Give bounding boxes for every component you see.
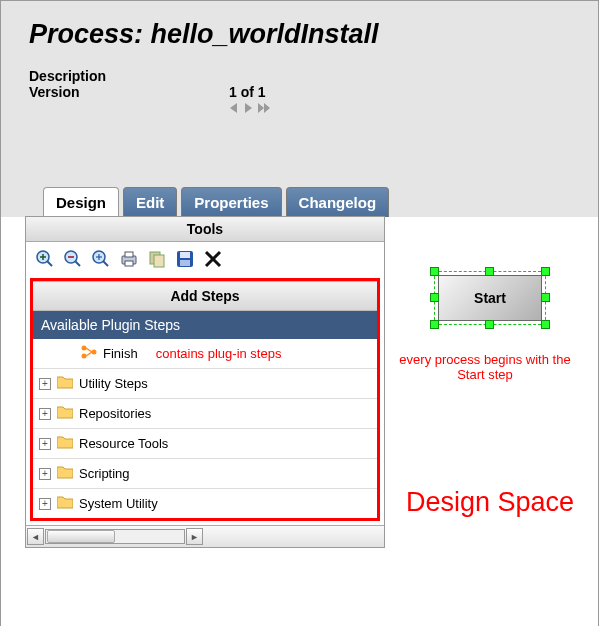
horizontal-scrollbar[interactable]: ◄ ►	[26, 525, 384, 547]
expand-icon[interactable]: +	[39, 498, 51, 510]
folder-icon	[57, 435, 73, 452]
resize-handle[interactable]	[541, 320, 550, 329]
pager-prev-icon[interactable]	[229, 102, 239, 114]
version-label: Version	[29, 84, 229, 100]
svg-line-9	[75, 261, 80, 266]
resize-handle[interactable]	[541, 293, 550, 302]
folder-icon	[57, 495, 73, 512]
add-steps-highlight: Add Steps Available Plugin Steps Finish …	[30, 278, 380, 521]
tree-item[interactable]: + Utility Steps	[33, 369, 377, 399]
svg-rect-16	[125, 252, 133, 257]
save-icon[interactable]	[174, 248, 196, 270]
svg-point-26	[82, 354, 87, 359]
expand-icon[interactable]: +	[39, 468, 51, 480]
folder-icon	[57, 465, 73, 482]
folder-icon	[57, 375, 73, 392]
svg-line-5	[47, 261, 52, 266]
tools-toolbar	[26, 242, 384, 276]
folder-icon	[57, 405, 73, 422]
delete-icon[interactable]	[202, 248, 224, 270]
resize-handle[interactable]	[541, 267, 550, 276]
pager-next-icon[interactable]	[243, 102, 253, 114]
expand-icon[interactable]: +	[39, 378, 51, 390]
zoom-out-icon[interactable]	[62, 248, 84, 270]
header-area: Process: hello_worldInstall Description …	[1, 1, 598, 217]
tree-item[interactable]: + Resource Tools	[33, 429, 377, 459]
resize-handle[interactable]	[430, 293, 439, 302]
tree-item-label: Utility Steps	[79, 376, 148, 391]
tab-changelog[interactable]: Changelog	[286, 187, 390, 217]
tools-panel: Tools Add Steps Available Plugin Steps F…	[25, 216, 385, 548]
finish-icon	[81, 345, 97, 362]
add-steps-title: Add Steps	[33, 281, 377, 311]
svg-marker-3	[264, 103, 270, 113]
design-canvas[interactable]: Start every process begins with the Star…	[385, 217, 588, 617]
tab-bar: Design Edit Properties Changelog	[43, 187, 389, 217]
content-area: Tools Add Steps Available Plugin Steps F…	[1, 217, 598, 627]
tools-title: Tools	[26, 217, 384, 242]
tree-item-label: Resource Tools	[79, 436, 168, 451]
start-node-box[interactable]: Start	[438, 275, 542, 321]
expand-icon[interactable]: +	[39, 438, 51, 450]
design-space-annotation: Design Space	[395, 487, 585, 518]
expand-icon[interactable]: +	[39, 408, 51, 420]
tab-properties[interactable]: Properties	[181, 187, 281, 217]
tab-edit[interactable]: Edit	[123, 187, 177, 217]
svg-line-29	[86, 352, 92, 356]
svg-line-28	[86, 348, 92, 352]
svg-line-12	[103, 261, 108, 266]
app-frame: Process: hello_worldInstall Description …	[0, 0, 599, 626]
available-plugin-steps-header: Available Plugin Steps	[33, 311, 377, 339]
description-label: Description	[29, 68, 229, 84]
resize-handle[interactable]	[485, 267, 494, 276]
version-value: 1 of 1	[229, 84, 266, 100]
scroll-right-icon[interactable]: ►	[186, 528, 203, 545]
tab-design[interactable]: Design	[43, 187, 119, 217]
tree-item[interactable]: + System Utility	[33, 489, 377, 518]
svg-rect-22	[180, 260, 190, 266]
svg-marker-2	[258, 103, 264, 113]
resize-handle[interactable]	[485, 320, 494, 329]
tree-item[interactable]: + Scripting	[33, 459, 377, 489]
svg-rect-21	[180, 252, 190, 258]
resize-handle[interactable]	[430, 267, 439, 276]
finish-annotation: contains plug-in steps	[156, 346, 282, 361]
version-pager	[229, 102, 570, 114]
page-title: Process: hello_worldInstall	[29, 19, 570, 50]
start-node[interactable]: Start	[430, 267, 550, 329]
resize-handle[interactable]	[430, 320, 439, 329]
svg-rect-19	[154, 255, 164, 267]
tree-item-label: System Utility	[79, 496, 158, 511]
zoom-in-icon[interactable]	[34, 248, 56, 270]
tree-item-finish[interactable]: Finish contains plug-in steps	[33, 339, 377, 369]
svg-point-27	[92, 350, 97, 355]
scroll-track[interactable]	[45, 529, 185, 544]
finish-label: Finish	[103, 346, 138, 361]
zoom-fit-icon[interactable]	[90, 248, 112, 270]
print-icon[interactable]	[118, 248, 140, 270]
tree-item[interactable]: + Repositories	[33, 399, 377, 429]
copy-icon[interactable]	[146, 248, 168, 270]
tree-item-label: Repositories	[79, 406, 151, 421]
pager-last-icon[interactable]	[257, 102, 271, 114]
tree-item-label: Scripting	[79, 466, 130, 481]
svg-point-25	[82, 346, 87, 351]
svg-rect-17	[125, 261, 133, 266]
svg-marker-0	[230, 103, 237, 113]
start-annotation: every process begins with the Start step	[385, 352, 585, 382]
svg-marker-1	[245, 103, 252, 113]
scroll-left-icon[interactable]: ◄	[27, 528, 44, 545]
scroll-thumb[interactable]	[47, 530, 115, 543]
